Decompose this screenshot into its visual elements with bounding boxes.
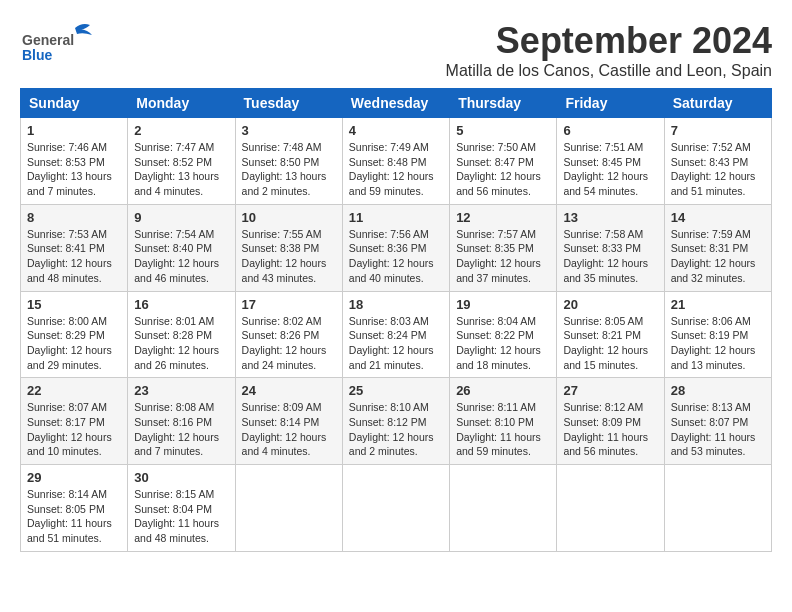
sunrise-text: Sunrise: 8:05 AM	[563, 314, 657, 329]
sunset-text: Sunset: 8:05 PM	[27, 502, 121, 517]
daylight-text: Daylight: 12 hours and 29 minutes.	[27, 343, 121, 372]
day-number: 20	[563, 297, 657, 312]
day-info: Sunrise: 7:58 AMSunset: 8:33 PMDaylight:…	[563, 227, 657, 286]
day-number: 5	[456, 123, 550, 138]
sunset-text: Sunset: 8:17 PM	[27, 415, 121, 430]
sunrise-text: Sunrise: 8:10 AM	[349, 400, 443, 415]
day-info: Sunrise: 8:14 AMSunset: 8:05 PMDaylight:…	[27, 487, 121, 546]
sunset-text: Sunset: 8:53 PM	[27, 155, 121, 170]
calendar-cell: 24Sunrise: 8:09 AMSunset: 8:14 PMDayligh…	[235, 378, 342, 465]
sunrise-text: Sunrise: 8:13 AM	[671, 400, 765, 415]
sunrise-text: Sunrise: 7:48 AM	[242, 140, 336, 155]
day-number: 23	[134, 383, 228, 398]
day-info: Sunrise: 7:52 AMSunset: 8:43 PMDaylight:…	[671, 140, 765, 199]
day-number: 30	[134, 470, 228, 485]
day-info: Sunrise: 8:02 AMSunset: 8:26 PMDaylight:…	[242, 314, 336, 373]
day-info: Sunrise: 7:57 AMSunset: 8:35 PMDaylight:…	[456, 227, 550, 286]
calendar-cell: 15Sunrise: 8:00 AMSunset: 8:29 PMDayligh…	[21, 291, 128, 378]
calendar-cell: 5Sunrise: 7:50 AMSunset: 8:47 PMDaylight…	[450, 118, 557, 205]
sunset-text: Sunset: 8:38 PM	[242, 241, 336, 256]
sunrise-text: Sunrise: 7:58 AM	[563, 227, 657, 242]
sunset-text: Sunset: 8:09 PM	[563, 415, 657, 430]
sunrise-text: Sunrise: 7:50 AM	[456, 140, 550, 155]
day-number: 14	[671, 210, 765, 225]
calendar-cell: 16Sunrise: 8:01 AMSunset: 8:28 PMDayligh…	[128, 291, 235, 378]
day-number: 19	[456, 297, 550, 312]
day-info: Sunrise: 8:04 AMSunset: 8:22 PMDaylight:…	[456, 314, 550, 373]
day-number: 3	[242, 123, 336, 138]
page-subtitle: Matilla de los Canos, Castille and Leon,…	[446, 62, 772, 80]
day-number: 6	[563, 123, 657, 138]
daylight-text: Daylight: 11 hours and 48 minutes.	[134, 516, 228, 545]
sunrise-text: Sunrise: 8:03 AM	[349, 314, 443, 329]
header-friday: Friday	[557, 89, 664, 118]
calendar-cell: 8Sunrise: 7:53 AMSunset: 8:41 PMDaylight…	[21, 204, 128, 291]
sunrise-text: Sunrise: 7:51 AM	[563, 140, 657, 155]
calendar-cell	[450, 465, 557, 552]
day-info: Sunrise: 7:50 AMSunset: 8:47 PMDaylight:…	[456, 140, 550, 199]
sunset-text: Sunset: 8:33 PM	[563, 241, 657, 256]
calendar-cell: 21Sunrise: 8:06 AMSunset: 8:19 PMDayligh…	[664, 291, 771, 378]
daylight-text: Daylight: 12 hours and 54 minutes.	[563, 169, 657, 198]
daylight-text: Daylight: 12 hours and 51 minutes.	[671, 169, 765, 198]
daylight-text: Daylight: 12 hours and 10 minutes.	[27, 430, 121, 459]
day-info: Sunrise: 7:49 AMSunset: 8:48 PMDaylight:…	[349, 140, 443, 199]
daylight-text: Daylight: 12 hours and 37 minutes.	[456, 256, 550, 285]
day-number: 27	[563, 383, 657, 398]
calendar-cell: 27Sunrise: 8:12 AMSunset: 8:09 PMDayligh…	[557, 378, 664, 465]
calendar-cell: 19Sunrise: 8:04 AMSunset: 8:22 PMDayligh…	[450, 291, 557, 378]
day-info: Sunrise: 7:47 AMSunset: 8:52 PMDaylight:…	[134, 140, 228, 199]
calendar-cell: 2Sunrise: 7:47 AMSunset: 8:52 PMDaylight…	[128, 118, 235, 205]
day-info: Sunrise: 8:06 AMSunset: 8:19 PMDaylight:…	[671, 314, 765, 373]
sunrise-text: Sunrise: 7:52 AM	[671, 140, 765, 155]
sunrise-text: Sunrise: 8:11 AM	[456, 400, 550, 415]
day-info: Sunrise: 7:48 AMSunset: 8:50 PMDaylight:…	[242, 140, 336, 199]
daylight-text: Daylight: 11 hours and 53 minutes.	[671, 430, 765, 459]
day-number: 10	[242, 210, 336, 225]
calendar-cell: 28Sunrise: 8:13 AMSunset: 8:07 PMDayligh…	[664, 378, 771, 465]
sunrise-text: Sunrise: 8:15 AM	[134, 487, 228, 502]
sunrise-text: Sunrise: 7:47 AM	[134, 140, 228, 155]
sunset-text: Sunset: 8:47 PM	[456, 155, 550, 170]
calendar-cell: 25Sunrise: 8:10 AMSunset: 8:12 PMDayligh…	[342, 378, 449, 465]
sunrise-text: Sunrise: 8:08 AM	[134, 400, 228, 415]
sunset-text: Sunset: 8:40 PM	[134, 241, 228, 256]
sunset-text: Sunset: 8:04 PM	[134, 502, 228, 517]
sunset-text: Sunset: 8:21 PM	[563, 328, 657, 343]
day-info: Sunrise: 8:07 AMSunset: 8:17 PMDaylight:…	[27, 400, 121, 459]
sunrise-text: Sunrise: 7:56 AM	[349, 227, 443, 242]
calendar-cell: 23Sunrise: 8:08 AMSunset: 8:16 PMDayligh…	[128, 378, 235, 465]
daylight-text: Daylight: 12 hours and 7 minutes.	[134, 430, 228, 459]
calendar-cell: 10Sunrise: 7:55 AMSunset: 8:38 PMDayligh…	[235, 204, 342, 291]
title-section: September 2024 Matilla de los Canos, Cas…	[446, 20, 772, 80]
sunrise-text: Sunrise: 7:46 AM	[27, 140, 121, 155]
calendar-cell: 9Sunrise: 7:54 AMSunset: 8:40 PMDaylight…	[128, 204, 235, 291]
calendar-cell: 12Sunrise: 7:57 AMSunset: 8:35 PMDayligh…	[450, 204, 557, 291]
day-info: Sunrise: 7:46 AMSunset: 8:53 PMDaylight:…	[27, 140, 121, 199]
day-number: 21	[671, 297, 765, 312]
sunset-text: Sunset: 8:35 PM	[456, 241, 550, 256]
sunrise-text: Sunrise: 8:02 AM	[242, 314, 336, 329]
header-saturday: Saturday	[664, 89, 771, 118]
logo: General Blue	[20, 20, 100, 65]
daylight-text: Daylight: 13 hours and 7 minutes.	[27, 169, 121, 198]
sunrise-text: Sunrise: 8:01 AM	[134, 314, 228, 329]
daylight-text: Daylight: 11 hours and 51 minutes.	[27, 516, 121, 545]
sunset-text: Sunset: 8:22 PM	[456, 328, 550, 343]
sunrise-text: Sunrise: 8:14 AM	[27, 487, 121, 502]
day-info: Sunrise: 8:13 AMSunset: 8:07 PMDaylight:…	[671, 400, 765, 459]
day-info: Sunrise: 8:01 AMSunset: 8:28 PMDaylight:…	[134, 314, 228, 373]
day-info: Sunrise: 7:54 AMSunset: 8:40 PMDaylight:…	[134, 227, 228, 286]
sunset-text: Sunset: 8:43 PM	[671, 155, 765, 170]
calendar-week-1: 1Sunrise: 7:46 AMSunset: 8:53 PMDaylight…	[21, 118, 772, 205]
sunrise-text: Sunrise: 8:07 AM	[27, 400, 121, 415]
daylight-text: Daylight: 12 hours and 26 minutes.	[134, 343, 228, 372]
sunset-text: Sunset: 8:26 PM	[242, 328, 336, 343]
calendar-week-3: 15Sunrise: 8:00 AMSunset: 8:29 PMDayligh…	[21, 291, 772, 378]
sunrise-text: Sunrise: 8:12 AM	[563, 400, 657, 415]
daylight-text: Daylight: 12 hours and 2 minutes.	[349, 430, 443, 459]
day-info: Sunrise: 8:15 AMSunset: 8:04 PMDaylight:…	[134, 487, 228, 546]
calendar-cell	[342, 465, 449, 552]
svg-text:Blue: Blue	[22, 47, 53, 63]
sunset-text: Sunset: 8:19 PM	[671, 328, 765, 343]
